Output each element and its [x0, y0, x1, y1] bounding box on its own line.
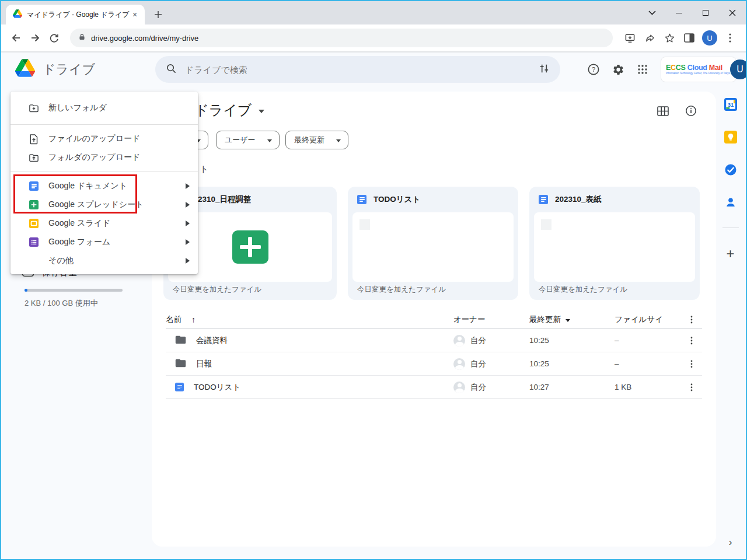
suggestion-card[interactable]: TODOリスト 今日変更を加えたファイル	[348, 187, 518, 300]
app-name: ドライブ	[43, 61, 95, 78]
window-maximize-button[interactable]	[692, 1, 719, 24]
docs-file-icon	[357, 195, 366, 204]
search-input[interactable]	[185, 65, 539, 75]
share-icon[interactable]	[640, 29, 659, 47]
file-name: 日報	[196, 359, 212, 369]
modified-time: 10:25	[529, 336, 615, 345]
menu-item-google-docs[interactable]: Google ドキュメント	[11, 177, 198, 195]
filter-chip-modified[interactable]: 最終更新	[285, 131, 348, 149]
menu-item-google-slides[interactable]: Google スライド	[11, 214, 198, 233]
column-owner[interactable]: オーナー	[453, 314, 529, 325]
storage-progress-fill	[25, 289, 27, 292]
table-row[interactable]: 日報 自分 10:25 –	[166, 352, 702, 376]
svg-text:?: ?	[592, 66, 595, 73]
row-options-kebab-icon[interactable]	[681, 331, 702, 350]
details-info-icon[interactable]	[685, 104, 697, 117]
url-text: drive.google.com/drive/my-drive	[91, 34, 198, 43]
suggestions-heading-fragment: ト	[200, 164, 208, 175]
modified-time: 10:27	[529, 383, 615, 391]
back-button[interactable]	[7, 29, 26, 47]
file-list-header: 名前 ↑ オーナー 最終更新 ファイルサイ	[166, 310, 702, 329]
submenu-arrow-icon	[186, 202, 190, 208]
filter-chip-people[interactable]: ユーザー	[216, 131, 280, 149]
column-name[interactable]: 名前	[166, 314, 181, 325]
file-preview	[352, 212, 514, 282]
reload-button[interactable]	[44, 29, 63, 47]
apps-grid-icon[interactable]	[630, 57, 655, 82]
new-item-menu: 新しいフォルダ ファイルのアップロード フォルダのアップロード Google ド…	[11, 92, 198, 274]
file-upload-icon	[29, 134, 39, 144]
suggestion-card[interactable]: 202310_表紙 今日変更を加えたファイル	[529, 187, 700, 300]
slides-icon	[29, 219, 39, 228]
menu-item-file-upload[interactable]: ファイルのアップロード	[11, 130, 198, 148]
title-dropdown-caret-icon[interactable]	[259, 110, 264, 113]
column-modified[interactable]: 最終更新	[529, 314, 615, 325]
drive-header: ドライブ ? ECCS Cloud Mail Information Techn…	[1, 52, 746, 86]
forward-button[interactable]	[26, 29, 44, 47]
column-size[interactable]: ファイルサイ	[615, 314, 681, 325]
new-tab-button[interactable]	[151, 7, 166, 22]
owner-name: 自分	[470, 335, 486, 346]
window-close-button[interactable]	[719, 1, 746, 24]
tab-close-icon[interactable]: ×	[130, 9, 140, 20]
hide-side-panel-chevron-icon[interactable]: ›	[729, 537, 732, 548]
owner-avatar	[453, 382, 465, 393]
menu-item-more[interactable]: その他	[11, 251, 198, 270]
calendar-day: 31	[727, 102, 734, 108]
storage-usage-text: 2 KB / 100 GB 使用中	[25, 298, 138, 309]
search-options-icon[interactable]	[539, 63, 550, 76]
sort-descending-icon	[566, 319, 570, 322]
suggestion-cards: 202310_日程調整 今日変更を加えたファイル TODOリスト 今日変更を加え…	[163, 187, 700, 300]
card-reason: 今日変更を加えたファイル	[357, 285, 446, 295]
file-name: TODOリスト	[194, 382, 240, 393]
row-options-kebab-icon[interactable]	[681, 378, 702, 397]
sort-ascending-icon[interactable]: ↑	[191, 315, 196, 324]
search-bar[interactable]	[155, 56, 560, 83]
address-bar[interactable]: drive.google.com/drive/my-drive	[70, 29, 613, 47]
tasks-icon[interactable]	[724, 163, 737, 176]
menu-item-new-folder[interactable]: 新しいフォルダ	[11, 96, 198, 120]
owner-avatar	[453, 335, 465, 346]
drive-favicon-icon	[13, 9, 22, 20]
column-options-kebab-icon[interactable]	[681, 310, 702, 329]
main-content-panel: マイドライブ ユーザー 最終更新 ト 202310_	[152, 92, 716, 547]
file-size: 1 KB	[615, 383, 681, 391]
file-preview	[534, 212, 695, 282]
row-options-kebab-icon[interactable]	[681, 355, 702, 373]
settings-gear-icon[interactable]	[606, 57, 630, 82]
help-icon[interactable]: ?	[581, 57, 606, 82]
new-folder-icon	[29, 103, 39, 113]
table-row[interactable]: 会議資料 自分 10:25 –	[166, 329, 702, 352]
contacts-icon[interactable]	[724, 196, 737, 209]
browser-profile-avatar[interactable]: U	[702, 30, 717, 46]
file-size: –	[615, 359, 681, 368]
menu-item-google-sheets[interactable]: Google スプレッドシート	[11, 195, 198, 214]
file-name: 会議資料	[196, 335, 228, 346]
install-app-icon[interactable]	[620, 29, 640, 47]
grid-view-toggle-icon[interactable]	[657, 104, 669, 117]
keep-icon[interactable]	[724, 131, 737, 144]
search-icon	[166, 63, 177, 76]
drive-logo-icon	[15, 59, 35, 79]
get-addons-plus-icon[interactable]: +	[726, 246, 734, 262]
sheets-logo-glyph	[232, 230, 268, 264]
menu-item-folder-upload[interactable]: フォルダのアップロード	[11, 148, 198, 167]
lock-icon	[78, 33, 86, 43]
owner-avatar	[453, 358, 465, 370]
docs-file-icon	[175, 383, 184, 391]
menu-item-google-forms[interactable]: Google フォーム	[11, 233, 198, 251]
tab-search-chevron-icon[interactable]	[638, 1, 665, 24]
browser-tab[interactable]: マイドライブ - Google ドライブ ×	[6, 5, 145, 24]
tab-strip: マイドライブ - Google ドライブ ×	[1, 1, 746, 24]
browser-window: マイドライブ - Google ドライブ × drive.google.com/…	[0, 0, 747, 560]
calendar-icon[interactable]: 31	[724, 98, 737, 111]
storage-progress-bar	[25, 289, 123, 292]
window-minimize-button[interactable]	[665, 1, 692, 24]
file-list: 名前 ↑ オーナー 最終更新 ファイルサイ 会議資料 自分 10:25 –	[166, 310, 702, 399]
bookmark-star-icon[interactable]	[659, 29, 679, 47]
submenu-arrow-icon	[186, 220, 190, 226]
browser-menu-kebab-icon[interactable]	[720, 29, 740, 47]
table-row[interactable]: TODOリスト 自分 10:27 1 KB	[166, 376, 702, 399]
tab-title: マイドライブ - Google ドライブ	[27, 10, 130, 20]
side-panel-icon[interactable]	[679, 29, 699, 47]
